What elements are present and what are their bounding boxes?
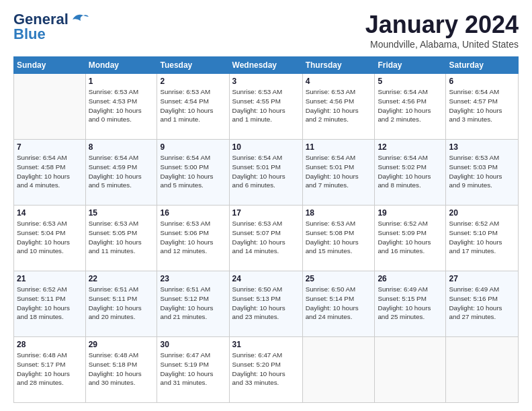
day-number: 23 <box>160 273 226 284</box>
day-info: Sunrise: 6:54 AM Sunset: 5:00 PM Dayligh… <box>160 153 226 190</box>
table-row: 31Sunrise: 6:47 AM Sunset: 5:20 PM Dayli… <box>229 337 302 403</box>
day-info: Sunrise: 6:54 AM Sunset: 5:01 PM Dayligh… <box>232 153 300 190</box>
table-row: 26Sunrise: 6:49 AM Sunset: 5:15 PM Dayli… <box>375 271 446 337</box>
day-number: 29 <box>89 339 154 350</box>
day-number: 2 <box>160 76 226 87</box>
col-friday: Friday <box>375 57 446 74</box>
day-info: Sunrise: 6:54 AM Sunset: 4:57 PM Dayligh… <box>449 87 515 124</box>
table-row: 11Sunrise: 6:54 AM Sunset: 5:01 PM Dayli… <box>302 140 375 205</box>
col-monday: Monday <box>85 57 157 74</box>
table-row: 19Sunrise: 6:52 AM Sunset: 5:09 PM Dayli… <box>375 205 446 271</box>
table-row: 25Sunrise: 6:50 AM Sunset: 5:14 PM Dayli… <box>302 271 375 337</box>
day-info: Sunrise: 6:48 AM Sunset: 5:18 PM Dayligh… <box>89 351 154 387</box>
day-info: Sunrise: 6:52 AM Sunset: 5:11 PM Dayligh… <box>17 285 83 322</box>
table-row: 18Sunrise: 6:53 AM Sunset: 5:08 PM Dayli… <box>302 205 375 271</box>
day-number: 17 <box>232 208 300 218</box>
day-info: Sunrise: 6:53 AM Sunset: 5:04 PM Dayligh… <box>17 219 83 256</box>
table-row: 30Sunrise: 6:47 AM Sunset: 5:19 PM Dayli… <box>157 337 229 403</box>
day-info: Sunrise: 6:53 AM Sunset: 5:03 PM Dayligh… <box>449 153 515 190</box>
table-row <box>375 337 446 403</box>
col-thursday: Thursday <box>302 57 375 74</box>
day-info: Sunrise: 6:53 AM Sunset: 5:06 PM Dayligh… <box>160 219 226 256</box>
page: General Blue January 2024 Moundville, Al… <box>0 0 532 411</box>
day-info: Sunrise: 6:54 AM Sunset: 5:01 PM Dayligh… <box>306 153 372 190</box>
day-number: 26 <box>378 273 443 284</box>
calendar-week-row: 28Sunrise: 6:48 AM Sunset: 5:17 PM Dayli… <box>14 337 519 403</box>
table-row: 15Sunrise: 6:53 AM Sunset: 5:05 PM Dayli… <box>85 205 157 271</box>
day-number: 30 <box>160 339 226 350</box>
day-info: Sunrise: 6:53 AM Sunset: 5:07 PM Dayligh… <box>232 219 300 256</box>
col-tuesday: Tuesday <box>157 57 229 74</box>
day-info: Sunrise: 6:54 AM Sunset: 4:58 PM Dayligh… <box>17 153 83 190</box>
day-number: 13 <box>449 142 515 152</box>
day-number: 8 <box>89 142 154 152</box>
table-row: 1Sunrise: 6:53 AM Sunset: 4:53 PM Daylig… <box>85 74 157 140</box>
day-number: 1 <box>89 76 154 87</box>
table-row: 6Sunrise: 6:54 AM Sunset: 4:57 PM Daylig… <box>446 74 519 140</box>
table-row: 27Sunrise: 6:49 AM Sunset: 5:16 PM Dayli… <box>446 271 519 337</box>
day-number: 27 <box>449 273 515 284</box>
title-area: January 2024 Moundville, Alabama, United… <box>365 11 519 50</box>
day-info: Sunrise: 6:53 AM Sunset: 5:05 PM Dayligh… <box>89 219 154 256</box>
day-number: 18 <box>306 208 372 218</box>
day-info: Sunrise: 6:53 AM Sunset: 5:08 PM Dayligh… <box>306 219 372 256</box>
logo: General Blue <box>13 11 89 43</box>
day-number: 9 <box>160 142 226 152</box>
day-number: 15 <box>89 208 154 218</box>
day-number: 28 <box>17 339 83 350</box>
calendar-header-row: Sunday Monday Tuesday Wednesday Thursday… <box>14 57 519 74</box>
table-row: 12Sunrise: 6:54 AM Sunset: 5:02 PM Dayli… <box>375 140 446 205</box>
table-row: 20Sunrise: 6:52 AM Sunset: 5:10 PM Dayli… <box>446 205 519 271</box>
table-row: 24Sunrise: 6:50 AM Sunset: 5:13 PM Dayli… <box>229 271 302 337</box>
day-number: 24 <box>232 273 300 284</box>
table-row: 4Sunrise: 6:53 AM Sunset: 4:56 PM Daylig… <box>302 74 375 140</box>
table-row: 5Sunrise: 6:54 AM Sunset: 4:56 PM Daylig… <box>375 74 446 140</box>
day-info: Sunrise: 6:53 AM Sunset: 4:54 PM Dayligh… <box>160 87 226 124</box>
day-info: Sunrise: 6:53 AM Sunset: 4:53 PM Dayligh… <box>89 87 154 124</box>
calendar-week-row: 1Sunrise: 6:53 AM Sunset: 4:53 PM Daylig… <box>14 74 519 140</box>
day-number: 7 <box>17 142 83 152</box>
table-row: 16Sunrise: 6:53 AM Sunset: 5:06 PM Dayli… <box>157 205 229 271</box>
calendar-week-row: 7Sunrise: 6:54 AM Sunset: 4:58 PM Daylig… <box>14 140 519 205</box>
day-info: Sunrise: 6:54 AM Sunset: 4:59 PM Dayligh… <box>89 153 154 190</box>
month-title: January 2024 <box>365 11 519 39</box>
day-number: 25 <box>306 273 372 284</box>
logo-blue: Blue <box>13 26 46 43</box>
day-info: Sunrise: 6:47 AM Sunset: 5:20 PM Dayligh… <box>232 351 300 387</box>
location: Moundville, Alabama, United States <box>365 39 519 50</box>
day-info: Sunrise: 6:48 AM Sunset: 5:17 PM Dayligh… <box>17 351 83 387</box>
calendar-week-row: 14Sunrise: 6:53 AM Sunset: 5:04 PM Dayli… <box>14 205 519 271</box>
day-info: Sunrise: 6:51 AM Sunset: 5:12 PM Dayligh… <box>160 285 226 322</box>
table-row <box>302 337 375 403</box>
table-row: 23Sunrise: 6:51 AM Sunset: 5:12 PM Dayli… <box>157 271 229 337</box>
calendar-table: Sunday Monday Tuesday Wednesday Thursday… <box>13 56 519 403</box>
day-number: 19 <box>378 208 443 218</box>
col-saturday: Saturday <box>446 57 519 74</box>
day-info: Sunrise: 6:49 AM Sunset: 5:15 PM Dayligh… <box>378 285 443 322</box>
day-number: 6 <box>449 76 515 87</box>
table-row: 17Sunrise: 6:53 AM Sunset: 5:07 PM Dayli… <box>229 205 302 271</box>
table-row: 14Sunrise: 6:53 AM Sunset: 5:04 PM Dayli… <box>14 205 86 271</box>
table-row <box>446 337 519 403</box>
table-row: 13Sunrise: 6:53 AM Sunset: 5:03 PM Dayli… <box>446 140 519 205</box>
header: General Blue January 2024 Moundville, Al… <box>13 11 519 50</box>
day-info: Sunrise: 6:53 AM Sunset: 4:56 PM Dayligh… <box>306 87 372 124</box>
day-number: 5 <box>378 76 443 87</box>
table-row: 2Sunrise: 6:53 AM Sunset: 4:54 PM Daylig… <box>157 74 229 140</box>
day-info: Sunrise: 6:51 AM Sunset: 5:11 PM Dayligh… <box>89 285 154 322</box>
day-info: Sunrise: 6:53 AM Sunset: 4:55 PM Dayligh… <box>232 87 300 124</box>
day-info: Sunrise: 6:52 AM Sunset: 5:10 PM Dayligh… <box>449 219 515 256</box>
day-info: Sunrise: 6:54 AM Sunset: 4:56 PM Dayligh… <box>378 87 443 124</box>
day-number: 14 <box>17 208 83 218</box>
day-number: 12 <box>378 142 443 152</box>
day-number: 21 <box>17 273 83 284</box>
day-number: 20 <box>449 208 515 218</box>
table-row <box>14 74 86 140</box>
day-number: 11 <box>306 142 372 152</box>
table-row: 3Sunrise: 6:53 AM Sunset: 4:55 PM Daylig… <box>229 74 302 140</box>
table-row: 8Sunrise: 6:54 AM Sunset: 4:59 PM Daylig… <box>85 140 157 205</box>
day-number: 4 <box>306 76 372 87</box>
day-info: Sunrise: 6:52 AM Sunset: 5:09 PM Dayligh… <box>378 219 443 256</box>
day-number: 31 <box>232 339 300 350</box>
day-info: Sunrise: 6:50 AM Sunset: 5:14 PM Dayligh… <box>306 285 372 322</box>
